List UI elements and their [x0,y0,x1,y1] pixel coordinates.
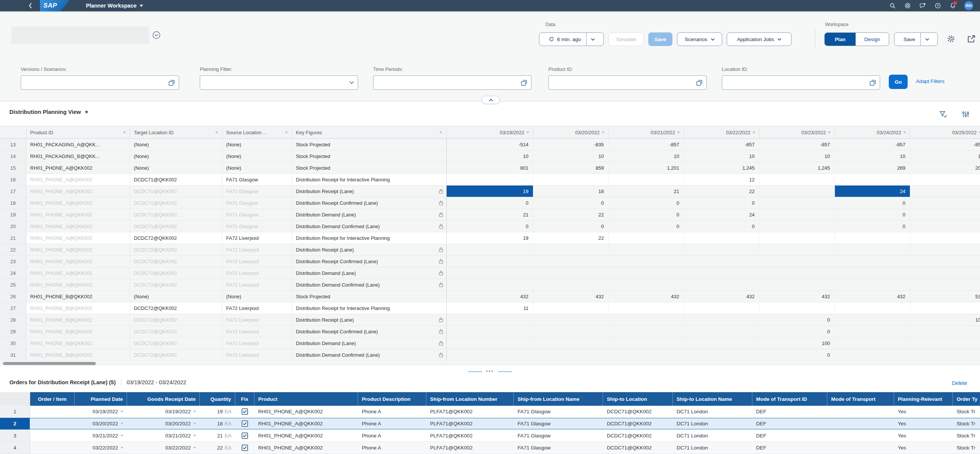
cell-planning-relevant[interactable]: Yes [894,430,953,441]
cell-mode-of-transport[interactable] [827,430,894,441]
simulate-button[interactable]: Simulate [608,32,644,46]
design-segment[interactable]: Design [856,33,889,46]
cell-key-figure[interactable]: Distribution Demand Confirmed (Lane) [292,221,447,232]
select-chevron-icon[interactable] [349,81,354,84]
cell-value[interactable]: 11 [447,303,533,314]
cell-product-id[interactable]: RH01_PHONE_A@QKK002 [26,256,130,267]
date-column-header[interactable]: 03/24/2022 [835,126,910,139]
refresh-split-button[interactable]: 6 min. ago [539,32,604,46]
cell-value[interactable]: 21 [609,186,684,197]
variant-selector[interactable] [11,26,149,44]
cell-value[interactable]: 24 [835,186,910,197]
cell-value[interactable] [759,209,835,220]
cell-order-type[interactable]: Stock Tr [953,442,980,454]
cell-order-type[interactable]: Stock Tr [953,430,980,441]
row-number[interactable]: 13 [0,139,26,150]
fix-checkbox[interactable] [242,433,248,439]
cell-order-item[interactable] [30,406,75,417]
cell-value[interactable]: 0 [684,197,759,209]
search-button[interactable] [885,0,900,11]
date-column-header[interactable]: 03/22/2022 [684,126,759,139]
cell-value[interactable]: 432 [684,291,759,302]
cell-quantity[interactable]: 21EA [200,430,235,441]
value-help-icon[interactable] [696,80,703,86]
orders-column-header[interactable]: Planned Date [75,392,127,406]
cell-target-location[interactable]: DCDC72@QKK002 [130,279,223,290]
cell-product-id[interactable]: RH01_PHONE_B@QKK002 [26,326,130,337]
cell-value[interactable] [835,303,910,314]
versions-scenarios-input[interactable] [21,75,179,90]
cell-mode-of-transport[interactable] [827,442,894,454]
cell-key-figure[interactable]: Distribution Demand Confirmed (Lane) [292,349,447,360]
data-save-button[interactable]: Save [648,32,673,46]
cell-source-location[interactable]: (None) [223,139,292,150]
cell-planning-relevant[interactable]: Yes [894,406,953,417]
cell-value[interactable]: 801 [447,162,533,174]
cell-value[interactable]: 0 [609,221,684,232]
cell-value[interactable] [447,256,533,267]
orders-column-header[interactable]: Product Description [358,392,426,406]
cell-value[interactable] [533,279,609,290]
cell-value[interactable]: 18 [533,186,609,197]
cell-value[interactable]: 10 [910,314,980,325]
cell-target-location[interactable]: DCDC71@QKK002 [130,174,223,185]
feedback-chat-button[interactable] [915,0,930,11]
cell-product-id[interactable]: RH01_PHONE_B@QKK002 [26,338,130,349]
cell-value[interactable] [533,268,609,279]
cell-value[interactable] [684,338,759,349]
cell-value[interactable] [609,232,684,244]
cell-product-description[interactable]: Phone A [358,406,426,417]
cell-goods-receipt-date[interactable]: 03/22/2022 [127,442,200,454]
cell-value[interactable]: -514 [447,139,533,150]
cell-key-figure[interactable]: Distribution Demand (Lane) [292,268,447,279]
orders-column-header[interactable]: Ship-to Location [603,392,673,406]
row-number[interactable]: 29 [0,326,26,337]
cell-value[interactable] [684,244,759,255]
cell-product[interactable]: RH01_PHONE_A@QKK002 [255,430,358,441]
settings-button[interactable] [947,35,955,43]
cell-value[interactable] [835,244,910,255]
cell-value[interactable] [910,232,980,244]
cell-value[interactable] [759,232,835,244]
cell-value[interactable] [533,174,609,185]
cell-key-figure[interactable]: Stock Projected [292,150,447,162]
workspace-save-split-button[interactable]: Save [894,32,938,46]
row-number[interactable]: 14 [0,150,26,162]
cell-value[interactable] [835,338,910,349]
cell-quantity[interactable]: 18EA [200,418,235,430]
cell-key-figure[interactable]: Stock Projected [292,162,447,174]
share-button[interactable] [967,35,975,43]
cell-value[interactable] [910,338,980,349]
cell-value[interactable]: 0 [609,197,684,209]
scrollbar-thumb[interactable] [3,362,96,365]
cell-value[interactable] [684,314,759,325]
cell-value[interactable]: 0 [684,221,759,232]
cell-product-description[interactable]: Phone A [358,430,426,441]
cell-value[interactable] [447,314,533,325]
filter-icon[interactable] [939,111,947,118]
cell-value[interactable] [835,174,910,185]
workspace-save-menu-arrow[interactable] [921,33,934,46]
cell-ship-to-location[interactable]: DCDC71@QKK002 [603,418,673,430]
collapse-header-button[interactable] [482,96,500,104]
cell-product-id[interactable]: RH01_PHONE_B@QKK002 [26,303,130,314]
cell-value[interactable] [835,268,910,279]
cell-product[interactable]: RH01_PHONE_A@QKK002 [255,442,358,454]
cell-value[interactable] [447,349,533,360]
date-column-header[interactable]: 03/19/2022 [447,126,533,139]
cell-value[interactable] [910,174,980,185]
delete-button[interactable]: Delete [952,380,967,386]
orders-column-header[interactable]: Ship-from Location Name [514,392,603,406]
cell-source-location[interactable]: (None) [223,162,292,174]
cell-target-location[interactable]: DCDC72@QKK002 [130,232,223,244]
cell-value[interactable]: 19 [447,186,533,197]
row-number[interactable]: 2 [0,418,30,430]
orders-column-header[interactable]: Fix [235,392,255,406]
cell-value[interactable]: 0 [609,209,684,220]
cell-value[interactable]: 1,245 [759,162,835,174]
cell-order-item[interactable] [30,418,75,430]
cell-quantity[interactable]: 19EA [200,406,235,417]
cell-target-location[interactable]: DCDC72@QKK002 [130,338,223,349]
cell-value[interactable] [684,256,759,267]
cell-value[interactable] [609,244,684,255]
